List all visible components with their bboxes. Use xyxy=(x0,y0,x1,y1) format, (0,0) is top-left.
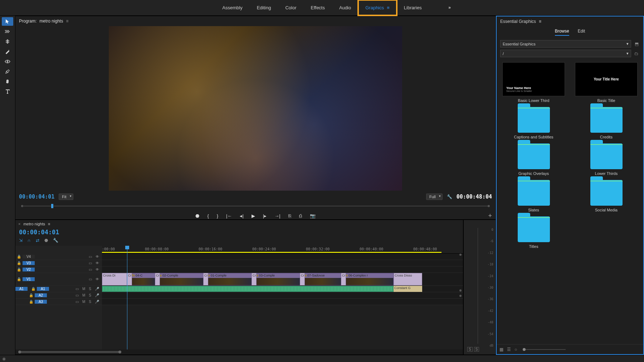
track-v4-label[interactable]: V4 xyxy=(23,255,35,259)
solo-icon[interactable]: S xyxy=(89,287,91,291)
ripple-edit-icon[interactable] xyxy=(2,37,13,46)
transition[interactable]: Cr xyxy=(252,273,257,285)
play-icon[interactable]: ▶ xyxy=(252,213,255,219)
pen-tool-icon[interactable] xyxy=(2,67,13,76)
button-editor-icon[interactable]: + xyxy=(488,212,492,220)
audio-transition[interactable]: Constant G xyxy=(394,286,422,292)
track-v2-label[interactable]: V2 xyxy=(23,268,35,272)
creative-cloud-icon[interactable]: ◉ xyxy=(2,356,6,361)
lock-icon[interactable]: 🔒 xyxy=(15,255,23,259)
program-position-slider[interactable] xyxy=(19,203,492,209)
out-bracket-icon[interactable]: } xyxy=(217,213,218,219)
meter-solo-right[interactable]: S xyxy=(474,347,479,352)
export-frame-icon[interactable]: 📷 xyxy=(310,213,316,219)
graphics-path-dropdown[interactable]: /▾ xyxy=(500,50,631,57)
transition[interactable]: Cr xyxy=(341,273,346,285)
graphics-source-dropdown[interactable]: Essential Graphics▾ xyxy=(500,40,631,48)
folder-slates[interactable]: Slates xyxy=(499,180,568,212)
slip-tool-icon[interactable] xyxy=(2,57,13,66)
resolution-dropdown[interactable]: Full xyxy=(426,194,443,200)
browse-tab[interactable]: Browse xyxy=(555,29,569,36)
in-bracket-icon[interactable]: { xyxy=(207,213,209,219)
transition[interactable]: Cr xyxy=(300,273,305,285)
clip[interactable]: fx01-Comple xyxy=(206,273,252,285)
timeline-settings-icon[interactable]: 🔧 xyxy=(53,238,58,243)
mute-icon[interactable]: M xyxy=(82,287,85,291)
workspace-tab-graphics[interactable]: Graphics≡ xyxy=(358,0,397,15)
track-a1-lane[interactable]: Constant G xyxy=(102,286,463,292)
folder-browse-icon[interactable]: 🗀 xyxy=(633,51,640,56)
extract-icon[interactable]: ⎙ xyxy=(299,213,302,219)
program-timecode-in[interactable]: 00:00:04:01 xyxy=(19,194,54,200)
workspace-tab-libraries[interactable]: Libraries xyxy=(397,0,429,15)
add-library-icon[interactable]: ⬒ xyxy=(633,41,640,47)
mute-icon[interactable]: M xyxy=(82,293,85,297)
lock-icon[interactable]: 🔒 xyxy=(15,268,23,272)
eye-icon[interactable]: 👁 xyxy=(96,268,99,272)
track-select-forward-icon[interactable] xyxy=(2,27,13,36)
lock-icon[interactable]: 🔒 xyxy=(15,261,23,265)
step-forward-icon[interactable]: |▸ xyxy=(263,213,267,219)
timeline-ruler[interactable]: :00:00 00:00:08:00 00:00:16:00 00:00:24:… xyxy=(102,246,463,254)
folder-social-media[interactable]: Social Media xyxy=(572,180,640,212)
folder-graphic-overlays[interactable]: Graphic Overlays xyxy=(499,143,568,176)
fx-badge-icon[interactable]: ▭ xyxy=(89,261,92,265)
eye-icon[interactable]: 👁 xyxy=(96,261,99,265)
folder-captions[interactable]: Captions and Subtitles xyxy=(499,107,568,139)
fx-badge-icon[interactable]: ▭ xyxy=(75,300,79,304)
track-a2-label[interactable]: A2 xyxy=(35,293,47,297)
folder-lower-thirds[interactable]: Lower Thirds xyxy=(572,143,640,176)
lock-icon[interactable]: 🔒 xyxy=(28,300,35,304)
audio-clip[interactable] xyxy=(102,286,394,292)
lock-icon[interactable]: 🔒 xyxy=(30,287,37,291)
lock-icon[interactable]: 🔒 xyxy=(28,293,35,297)
hand-tool-icon[interactable] xyxy=(2,77,13,86)
track-a1-label[interactable]: A1 xyxy=(37,287,49,291)
track-v1-lane[interactable]: Cross Di fx04-C Cr fx02-Comple Cr fx01-C… xyxy=(102,273,463,286)
list-view-icon[interactable]: ☰ xyxy=(507,347,511,352)
folder-credits[interactable]: Credits xyxy=(572,107,640,139)
fx-badge-icon[interactable]: ▭ xyxy=(75,287,79,291)
eye-icon[interactable]: 👁 xyxy=(96,277,99,281)
sequence-name[interactable]: metro nights xyxy=(23,222,45,226)
voiceover-icon[interactable]: 🎤 xyxy=(95,293,99,297)
transition[interactable]: Cr xyxy=(127,273,132,285)
go-to-in-icon[interactable]: |← xyxy=(226,213,232,219)
mute-icon[interactable]: M xyxy=(82,300,85,304)
preset-basic-lower-third[interactable]: Your Name HereSecond Line Is Smaller Bas… xyxy=(499,62,568,103)
lift-icon[interactable]: ⎘ xyxy=(288,213,291,219)
insert-overwrite-icon[interactable]: ⇲ xyxy=(19,238,23,243)
transition[interactable]: Cross Disso xyxy=(394,273,422,285)
timeline-content[interactable]: Cross Di fx04-C Cr fx02-Comple Cr fx01-C… xyxy=(102,254,463,354)
solo-icon[interactable]: S xyxy=(89,300,91,304)
eye-icon[interactable]: 👁 xyxy=(96,255,99,259)
step-back-icon[interactable]: ◂| xyxy=(240,213,243,219)
close-sequence-icon[interactable]: × xyxy=(18,222,20,226)
workspace-tab-audio[interactable]: Audio xyxy=(332,0,358,15)
menu-icon[interactable]: ≡ xyxy=(387,5,390,10)
folder-titles[interactable]: Titles xyxy=(499,216,568,249)
workspace-tab-effects[interactable]: Effects xyxy=(303,0,332,15)
clip[interactable]: fx06-Complex r xyxy=(343,273,394,285)
workspace-overflow-icon[interactable]: » xyxy=(448,5,451,10)
workspace-tab-color[interactable]: Color xyxy=(278,0,303,15)
preset-basic-title[interactable]: Your Title Here Basic Title xyxy=(572,62,640,103)
voiceover-icon[interactable]: 🎤 xyxy=(95,300,99,304)
thumb-size-slider[interactable] xyxy=(523,349,566,350)
selection-tool-icon[interactable] xyxy=(2,17,13,26)
go-to-out-icon[interactable]: →| xyxy=(274,213,280,219)
transition[interactable]: Cr xyxy=(155,273,160,285)
zoom-fit-dropdown[interactable]: Fit xyxy=(59,194,73,200)
track-v1-label[interactable]: V1 xyxy=(23,277,35,281)
fx-badge-icon[interactable]: ▭ xyxy=(89,268,92,272)
solo-icon[interactable]: S xyxy=(89,293,91,297)
preview-area[interactable] xyxy=(15,26,496,191)
edit-tab[interactable]: Edit xyxy=(578,29,585,36)
track-v3-label[interactable]: V3 xyxy=(23,261,35,265)
linked-selection-icon[interactable]: ⇄ xyxy=(36,238,39,243)
fx-badge-icon[interactable]: ▭ xyxy=(75,293,79,297)
type-tool-icon[interactable] xyxy=(2,87,13,96)
timeline-vscroll[interactable] xyxy=(459,254,462,349)
voiceover-icon[interactable]: 🎤 xyxy=(95,287,99,291)
snap-icon[interactable]: ∩ xyxy=(28,238,31,243)
